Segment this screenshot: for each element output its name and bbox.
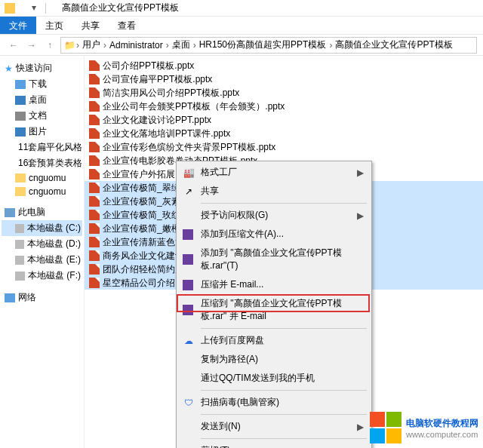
qat-dropdown-icon[interactable]: ▾ — [32, 2, 44, 14]
rar-icon — [183, 229, 193, 240]
breadcrumb[interactable]: 📁 › 用户 › Administrator › 桌面 › HR150份高颜值超… — [60, 37, 477, 54]
file-row[interactable]: 公司介绍PPT模板.pptx — [85, 59, 483, 72]
file-name: 公司介绍PPT模板.pptx — [103, 60, 194, 72]
ctx-qq-tim[interactable]: 通过QQ/TIM发送到我的手机 — [178, 369, 370, 388]
sidebar-item[interactable]: 16套预算类表格 — [2, 155, 82, 171]
file-name: 简洁实用风公司介绍PPT模板.pptx — [103, 87, 239, 100]
pptx-icon — [89, 128, 100, 139]
item-icon — [15, 80, 26, 89]
sidebar-item[interactable]: 下载 — [2, 76, 82, 92]
file-row[interactable]: 企业公司年会颁奖PPT模板（年会颁奖）.pptx — [85, 100, 483, 113]
this-pc-header[interactable]: 此电脑 — [2, 204, 82, 220]
separator — [201, 438, 367, 439]
ctx-add-archive[interactable]: 添加到压缩文件(A)... — [178, 225, 370, 244]
file-row[interactable]: 简洁实用风公司介绍PPT模板.pptx — [85, 86, 483, 100]
item-icon — [15, 112, 26, 121]
crumb[interactable]: Administrator — [107, 40, 165, 51]
item-icon — [15, 96, 26, 105]
item-label: 下载 — [29, 78, 47, 91]
separator — [201, 390, 367, 391]
sidebar-drive[interactable]: 本地磁盘 (F:) — [2, 268, 82, 284]
title-bar: ▾ 高颜值企业文化宣传PPT模板 — [0, 0, 483, 17]
pptx-icon — [89, 101, 100, 112]
folder-icon — [5, 3, 15, 14]
nav-up-icon[interactable]: ↑ — [42, 38, 57, 53]
drive-icon — [15, 272, 25, 281]
ctx-compress-email[interactable]: 压缩并 E-mail... — [178, 275, 370, 294]
file-row[interactable]: 公司宣传扁平PPT模板.pptx — [85, 72, 483, 86]
sidebar-drive[interactable]: 本地磁盘 (E:) — [2, 252, 82, 268]
network-header[interactable]: 网络 — [2, 290, 82, 305]
pptx-icon — [89, 74, 100, 84]
pptx-icon — [89, 60, 100, 71]
ctx-compress-to-email[interactable]: 压缩到 "高颜值企业文化宣传PPT模板.rar" 并 E-mail — [178, 294, 370, 326]
item-icon — [15, 187, 26, 196]
pptx-icon — [89, 115, 100, 125]
file-name: 商务风企业文化建设 — [103, 250, 184, 262]
file-row[interactable]: 企业宣传彩色缤纷文件夹背景PPT模板.pptx — [85, 140, 483, 154]
item-label: 11套扁平化风格PPT — [18, 141, 82, 154]
separator — [201, 203, 367, 204]
sidebar-drive[interactable]: 本地磁盘 (D:) — [2, 236, 82, 252]
drive-label: 本地磁盘 (C:) — [27, 222, 81, 235]
drive-label: 本地磁盘 (D:) — [27, 238, 81, 250]
nav-back-icon[interactable]: ← — [6, 38, 21, 53]
shield-icon: 🛡 — [183, 397, 195, 409]
sidebar-item[interactable]: 图片 — [2, 124, 82, 140]
ctx-share[interactable]: ↗共享 — [178, 182, 370, 201]
windows-logo-icon — [370, 412, 401, 443]
sidebar-item[interactable]: cnguomu — [2, 185, 82, 198]
item-label: 文档 — [29, 109, 47, 122]
pptx-icon — [89, 210, 100, 220]
sidebar-item[interactable]: 11套扁平化风格PPT — [2, 140, 82, 155]
watermark: 电脑软硬件教程网 www.computer.com — [370, 412, 478, 443]
qat-icon[interactable] — [18, 2, 30, 14]
tab-home[interactable]: 主页 — [36, 17, 72, 34]
ctx-scan-virus[interactable]: 🛡扫描病毒(电脑管家) — [178, 393, 370, 412]
nav-fwd-icon[interactable]: → — [24, 38, 39, 53]
watermark-url: www.computer.com — [406, 430, 478, 439]
tab-view[interactable]: 查看 — [109, 17, 145, 34]
breadcrumb-icon: 📁 — [64, 40, 75, 51]
ctx-baidu[interactable]: ☁上传到百度网盘 — [178, 331, 370, 350]
ctx-add-to[interactable]: 添加到 "高颜值企业文化宣传PPT模板.rar"(T) — [178, 244, 370, 275]
sidebar-item[interactable]: 文档 — [2, 108, 82, 124]
separator — [201, 414, 367, 415]
file-row[interactable]: 企业文化建设讨论PPT.pptx — [85, 113, 483, 127]
crumb[interactable]: 高颜值企业文化宣传PPT模板 — [333, 38, 454, 51]
file-name: 企业宣传极简_嫩橙.p — [103, 222, 188, 235]
ctx-copy-as-path[interactable]: 复制为路径(A) — [178, 350, 370, 369]
quick-access-header[interactable]: ★ 快速访问 — [2, 60, 82, 76]
tab-file[interactable]: 文件 — [0, 17, 36, 34]
ctx-grant-access[interactable]: 授予访问权限(G)▶ — [178, 206, 370, 225]
item-label: 桌面 — [29, 94, 47, 106]
pptx-icon — [89, 169, 100, 180]
crumb[interactable]: HR150份高颜值超实用PPT模板 — [197, 38, 329, 51]
share-icon: ↗ — [183, 186, 195, 198]
file-name: 企业宣传极简_玫红.p — [103, 209, 188, 222]
file-name: 企业公司年会颁奖PPT模板（年会颁奖）.pptx — [103, 100, 285, 113]
nav-pane: ★ 快速访问 下载桌面文档图片11套扁平化风格PPT16套预算类表格cnguom… — [0, 56, 85, 448]
crumb[interactable]: 用户 — [80, 38, 103, 51]
pptx-icon — [89, 264, 100, 275]
ctx-format-factory[interactable]: 🏭格式工厂▶ — [178, 163, 370, 182]
baidu-icon: ☁ — [183, 335, 195, 347]
this-pc-label: 此电脑 — [18, 206, 45, 219]
file-row[interactable]: 企业文化落地培训PPT课件.pptx — [85, 127, 483, 140]
qat-sep — [45, 3, 57, 14]
ribbon-tabs: 文件 主页 共享 查看 — [0, 17, 483, 35]
sidebar-item[interactable]: cnguomu — [2, 171, 82, 185]
tab-share[interactable]: 共享 — [72, 17, 109, 34]
network-icon — [5, 293, 15, 302]
ctx-cut[interactable]: 剪切(T) — [178, 441, 370, 448]
sidebar-item[interactable]: 桌面 — [2, 92, 82, 108]
drive-icon — [15, 256, 24, 265]
pptx-icon — [89, 278, 100, 288]
item-label: cnguomu — [29, 186, 66, 197]
pc-icon — [5, 208, 15, 217]
address-bar-row: ← → ↑ 📁 › 用户 › Administrator › 桌面 › HR15… — [0, 35, 483, 56]
sidebar-drive[interactable]: 本地磁盘 (C:) — [2, 220, 82, 236]
ctx-send-to[interactable]: 发送到(N)▶ — [178, 417, 370, 436]
context-menu: 🏭格式工厂▶ ↗共享 授予访问权限(G)▶ 添加到压缩文件(A)... 添加到 … — [176, 161, 372, 448]
crumb[interactable]: 桌面 — [170, 38, 192, 51]
